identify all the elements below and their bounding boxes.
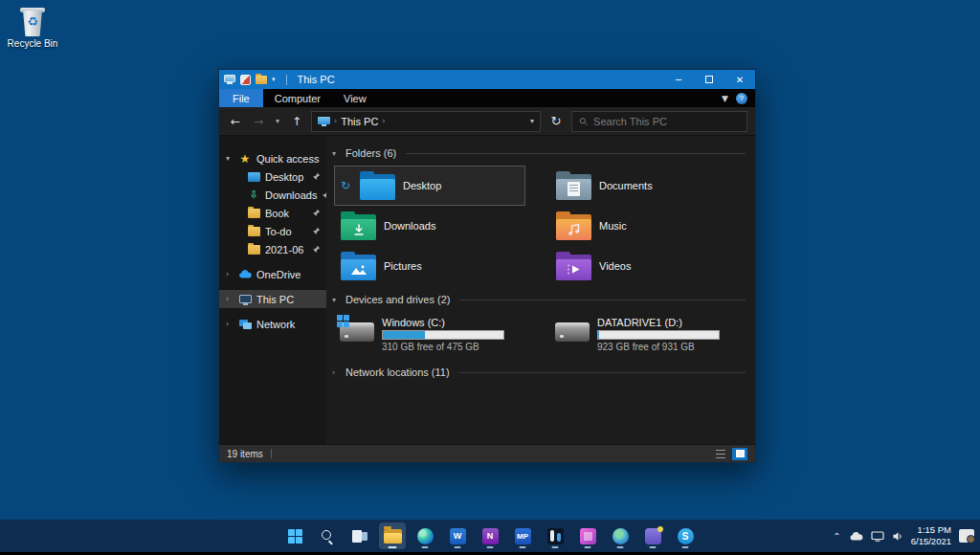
- chevron-right-icon[interactable]: ›: [226, 270, 234, 278]
- clock[interactable]: 1:15 PM 6/15/2021: [911, 524, 951, 548]
- folder-icon: [248, 227, 260, 236]
- section-rule: [459, 372, 746, 373]
- back-button[interactable]: ←: [227, 115, 244, 128]
- download-icon: ⇩: [249, 189, 257, 200]
- onedrive-tray-icon[interactable]: [849, 532, 863, 541]
- folder-name: Documents: [599, 180, 653, 191]
- section-title: Devices and drives (2): [345, 294, 450, 305]
- folder-tile-videos[interactable]: Videos: [549, 246, 741, 286]
- sidebar-item-todo[interactable]: To-do: [219, 222, 326, 240]
- address-bar[interactable]: › This PC › ▾: [311, 111, 541, 132]
- sidebar-item-this-pc[interactable]: › This PC: [219, 290, 326, 308]
- drive-tile-c[interactable]: Windows (C:) 310 GB free of 475 GB: [334, 313, 535, 355]
- sidebar-item-label: 2021-06: [265, 244, 303, 255]
- start-button[interactable]: [281, 522, 308, 549]
- search-box[interactable]: [571, 111, 747, 132]
- folder-name: Downloads: [384, 220, 435, 232]
- taskbar-media-player[interactable]: MP: [509, 522, 536, 549]
- hard-drive-icon: [340, 322, 374, 342]
- sidebar-item-quick-access[interactable]: ▾ ★ Quick access: [219, 149, 326, 167]
- windows-logo-icon: [288, 529, 302, 544]
- taskbar-movies-tv[interactable]: [639, 522, 666, 549]
- desktop[interactable]: ♻ Recycle Bin ▾ This PC ─ ✕ File Comp: [0, 0, 980, 555]
- tray-overflow-chevron-icon[interactable]: ⌃: [833, 531, 840, 542]
- ribbon-expand-icon[interactable]: ▼: [722, 94, 728, 103]
- folder-tile-pictures[interactable]: Pictures: [334, 246, 525, 286]
- recent-locations-icon[interactable]: ▾: [273, 117, 282, 125]
- network-tray-icon[interactable]: [871, 531, 884, 542]
- taskbar-photos[interactable]: [574, 522, 601, 549]
- forward-button[interactable]: →: [250, 115, 267, 128]
- qat-properties-icon[interactable]: [240, 75, 251, 85]
- close-button[interactable]: ✕: [724, 70, 755, 89]
- taskbar-volume-mixer[interactable]: [542, 522, 568, 549]
- sidebar-item-network[interactable]: › Network: [219, 315, 326, 333]
- taskbar-file-explorer[interactable]: [379, 522, 406, 549]
- section-header-network-locations[interactable]: › Network locations (11): [332, 365, 746, 380]
- tray-date: 6/15/2021: [911, 536, 951, 547]
- search-input[interactable]: [593, 116, 740, 127]
- tab-view[interactable]: View: [332, 89, 378, 107]
- section-header-devices[interactable]: ▾ Devices and drives (2): [332, 292, 746, 307]
- sidebar-item-2021-06[interactable]: 2021-06: [219, 240, 326, 258]
- pin-icon: [312, 227, 321, 235]
- refresh-icon[interactable]: ↻: [546, 114, 566, 128]
- taskbar-search-button[interactable]: [314, 522, 341, 549]
- tab-computer[interactable]: Computer: [263, 89, 332, 107]
- address-dropdown-icon[interactable]: ▾: [530, 117, 534, 125]
- chevron-down-icon[interactable]: ▾: [226, 154, 234, 163]
- folder-tile-documents[interactable]: Documents: [549, 166, 741, 206]
- folder-tile-desktop[interactable]: ↻ Desktop: [334, 166, 525, 206]
- breadcrumb-chevron-icon[interactable]: ›: [382, 117, 385, 125]
- task-view-icon: [352, 530, 368, 543]
- folder-icon: [248, 245, 260, 255]
- chevron-right-icon[interactable]: ›: [226, 295, 234, 303]
- recycle-bin-label: Recycle Bin: [4, 38, 61, 49]
- folder-tile-music[interactable]: Music: [549, 206, 741, 246]
- word-icon: W: [450, 528, 466, 544]
- section-rule: [459, 300, 746, 300]
- notification-icon[interactable]: [959, 529, 974, 543]
- chevron-down-icon[interactable]: ▾: [332, 149, 340, 158]
- large-icons-view-button[interactable]: [732, 448, 747, 460]
- drive-tile-d[interactable]: DATADRIVE1 (D:) 923 GB free of 931 GB: [549, 313, 750, 355]
- breadcrumb[interactable]: This PC: [341, 116, 378, 127]
- file-list-pane[interactable]: ▾ Folders (6) ↻ Desktop Documents: [326, 136, 755, 444]
- drive-free-space: 923 GB free of 931 GB: [597, 342, 720, 352]
- taskbar-edge[interactable]: [412, 522, 438, 549]
- chevron-down-icon[interactable]: ▾: [332, 296, 340, 304]
- taskbar-maps[interactable]: [607, 522, 634, 549]
- details-view-button[interactable]: [713, 448, 728, 460]
- chevron-right-icon[interactable]: ›: [226, 320, 234, 328]
- taskbar-onenote[interactable]: N: [477, 522, 503, 549]
- taskbar-word[interactable]: W: [444, 522, 471, 549]
- item-count: 19 items: [227, 449, 263, 459]
- task-view-button[interactable]: [346, 522, 373, 549]
- minimize-button[interactable]: ─: [663, 70, 694, 89]
- qat-new-folder-icon[interactable]: [256, 76, 267, 84]
- drive-usage-fill: [598, 331, 599, 339]
- maximize-button[interactable]: [694, 70, 724, 89]
- tray-time: 1:15 PM: [911, 524, 951, 536]
- sidebar-item-downloads[interactable]: ⇩ Downloads: [219, 186, 326, 204]
- sidebar-item-onedrive[interactable]: › OneDrive: [219, 265, 326, 283]
- section-header-folders[interactable]: ▾ Folders (6): [332, 145, 746, 161]
- sidebar-item-book[interactable]: Book: [219, 204, 326, 222]
- pin-icon: [322, 190, 326, 199]
- taskbar-skype[interactable]: S: [672, 522, 699, 549]
- chevron-right-icon[interactable]: ›: [332, 368, 340, 377]
- star-icon: ★: [240, 153, 251, 165]
- up-button[interactable]: ↑: [288, 115, 305, 128]
- title-bar[interactable]: ▾ This PC ─ ✕: [219, 70, 755, 89]
- volume-tray-icon[interactable]: [892, 531, 903, 542]
- qat-dropdown-icon[interactable]: ▾: [272, 76, 276, 83]
- skype-icon: S: [678, 528, 694, 544]
- windows-logo-icon: [337, 315, 349, 327]
- edge-icon: [417, 528, 434, 544]
- search-icon: [579, 117, 588, 126]
- sidebar-item-desktop[interactable]: Desktop: [219, 167, 326, 186]
- help-icon[interactable]: ?: [736, 93, 747, 104]
- tab-file[interactable]: File: [219, 89, 263, 107]
- folder-tile-downloads[interactable]: Downloads: [334, 206, 525, 246]
- recycle-bin[interactable]: ♻ Recycle Bin: [4, 6, 61, 49]
